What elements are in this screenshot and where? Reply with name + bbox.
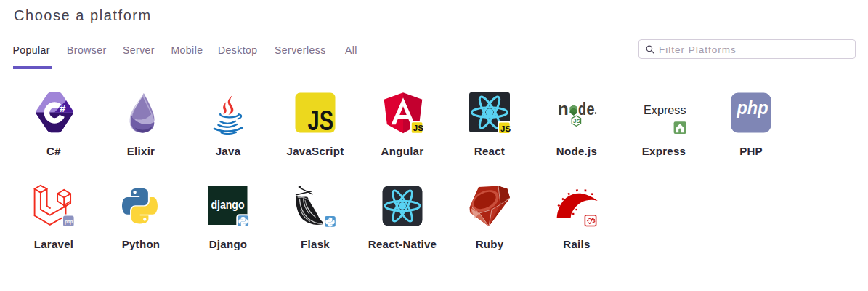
svg-text:JS: JS <box>413 124 423 132</box>
svg-text:JS: JS <box>308 105 334 136</box>
svg-text:d: d <box>578 99 586 119</box>
svg-text:#: # <box>60 103 65 114</box>
svg-text:php: php <box>65 218 73 225</box>
svg-text:n: n <box>558 99 569 119</box>
svg-text:JS: JS <box>573 118 580 124</box>
svg-text:django: django <box>211 198 245 211</box>
svg-text:e: e <box>587 99 595 119</box>
svg-text:Express: Express <box>644 103 686 117</box>
svg-text:JS: JS <box>500 124 511 133</box>
svg-text:php: php <box>737 97 768 119</box>
